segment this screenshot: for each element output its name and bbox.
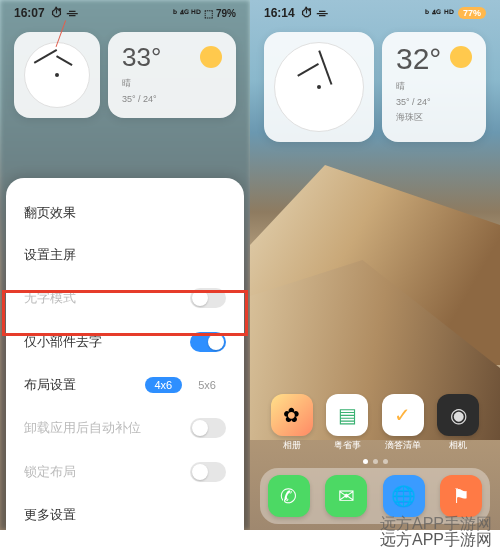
pill-4x6[interactable]: 4x6 bbox=[145, 377, 183, 393]
toggle-auto-fill[interactable] bbox=[190, 418, 226, 438]
toggle-widget-only[interactable] bbox=[190, 332, 226, 352]
row-auto-fill[interactable]: 卸载应用后自动补位 bbox=[24, 406, 226, 450]
phone-icon: ✆ bbox=[280, 486, 297, 506]
app-yueshengshi[interactable]: ▤ bbox=[326, 394, 368, 436]
page-indicator[interactable] bbox=[250, 459, 500, 464]
toggle-lock-layout[interactable] bbox=[190, 462, 226, 482]
settings-sheet: 翻页效果 设置主屏 无字模式 仅小部件去字 布局设置 4x6 5x6 bbox=[6, 178, 244, 530]
app-gallery[interactable]: ✿ bbox=[271, 394, 313, 436]
app-label: 相册 bbox=[283, 439, 301, 452]
status-left-icons: ⏱ ⌯ bbox=[301, 6, 328, 20]
status-bar: 16:07 ⏱ ⌯ ᵇ ⁴ᴳ ᴴᴰ ⬚ 79% bbox=[0, 0, 250, 22]
phone-left: 16:07 ⏱ ⌯ ᵇ ⁴ᴳ ᴴᴰ ⬚ 79% 33° 晴 bbox=[0, 0, 250, 530]
row-lock-layout[interactable]: 锁定布局 bbox=[24, 450, 226, 494]
weather-range: 35° / 24° bbox=[122, 94, 161, 104]
app-camera[interactable]: ◉ bbox=[437, 394, 479, 436]
sun-icon bbox=[200, 46, 222, 68]
dock-messages[interactable]: ✉ bbox=[325, 475, 367, 517]
row-widget-only-no-label[interactable]: 仅小部件去字 bbox=[24, 320, 226, 364]
phone-right: 16:14 ⏱ ⌯ ᵇ ⁴ᴳ ᴴᴰ 77% 32° 晴 35° / 24° bbox=[250, 0, 500, 530]
status-right-icons: ᵇ ⁴ᴳ ᴴᴰ ⬚ 79% bbox=[173, 8, 236, 19]
weather-condition: 晴 bbox=[122, 77, 161, 90]
camera-icon: ◉ bbox=[450, 405, 467, 425]
app-label: 相机 bbox=[449, 439, 467, 452]
clock-widget[interactable] bbox=[264, 32, 374, 142]
analog-clock-icon bbox=[274, 42, 364, 132]
battery-badge: 77% bbox=[458, 7, 486, 19]
weather-condition: 晴 bbox=[396, 80, 441, 93]
weather-range: 35° / 24° bbox=[396, 97, 441, 107]
row-layout-setting[interactable]: 布局设置 4x6 5x6 bbox=[24, 364, 226, 406]
status-time: 16:14 bbox=[264, 6, 295, 20]
temperature: 32° bbox=[396, 42, 441, 76]
row-transition-effect[interactable]: 翻页效果 bbox=[24, 192, 226, 234]
weather-widget[interactable]: 32° 晴 35° / 24° 海珠区 bbox=[382, 32, 486, 142]
analog-clock-icon bbox=[24, 42, 90, 108]
clock-widget[interactable] bbox=[14, 32, 100, 118]
dock-appstore[interactable]: ⚑ bbox=[440, 475, 482, 517]
message-icon: ✉ bbox=[338, 486, 355, 506]
dock-phone[interactable]: ✆ bbox=[268, 475, 310, 517]
sun-icon bbox=[450, 46, 472, 68]
watermark-text: 远方APP手游网 bbox=[380, 530, 492, 551]
row-no-label-mode[interactable]: 无字模式 bbox=[24, 276, 226, 320]
check-icon: ✓ bbox=[394, 405, 411, 425]
status-right-icons: ᵇ ⁴ᴳ ᴴᴰ bbox=[425, 8, 454, 19]
app-label: 滴答清单 bbox=[385, 439, 421, 452]
app-label: 粤省事 bbox=[334, 439, 361, 452]
dock-browser[interactable]: 🌐 bbox=[383, 475, 425, 517]
weather-location: 海珠区 bbox=[396, 111, 441, 124]
weather-widget[interactable]: 33° 晴 35° / 24° bbox=[108, 32, 236, 118]
toggle-no-label[interactable] bbox=[190, 288, 226, 308]
pill-5x6[interactable]: 5x6 bbox=[188, 377, 226, 393]
status-time: 16:07 bbox=[14, 6, 45, 20]
status-left-icons: ⏱ ⌯ bbox=[51, 6, 78, 20]
temperature: 33° bbox=[122, 42, 161, 73]
flower-icon: ✿ bbox=[283, 405, 300, 425]
row-more-settings[interactable]: 更多设置 bbox=[24, 494, 226, 530]
globe-icon: 🌐 bbox=[391, 486, 416, 506]
status-bar: 16:14 ⏱ ⌯ ᵇ ⁴ᴳ ᴴᴰ 77% bbox=[250, 0, 500, 22]
document-icon: ▤ bbox=[338, 405, 357, 425]
bag-icon: ⚑ bbox=[452, 486, 470, 506]
row-set-home[interactable]: 设置主屏 bbox=[24, 234, 226, 276]
app-ticktick[interactable]: ✓ bbox=[382, 394, 424, 436]
